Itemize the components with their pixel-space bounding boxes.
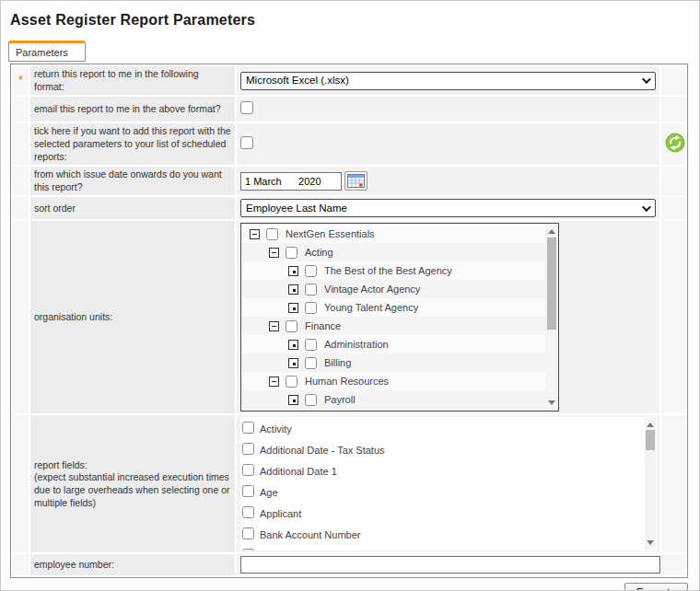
report-field-item: Age: [242, 481, 644, 502]
employee-number-input[interactable]: [240, 556, 660, 574]
tree-node-label: Vintage Actor Agency: [324, 283, 420, 296]
report-field-label: Additional Date 1: [260, 464, 337, 478]
tab-parameters[interactable]: Parameters: [8, 41, 86, 62]
report-field-checkbox[interactable]: [242, 506, 254, 518]
collapse-icon[interactable]: [250, 229, 260, 239]
refresh-icon[interactable]: [665, 133, 685, 153]
report-field-checkbox[interactable]: [242, 527, 254, 539]
parameters-table: * return this report to me in the follow…: [10, 64, 688, 578]
row-format: * return this report to me in the follow…: [13, 66, 685, 95]
sort-order-label: sort order: [30, 197, 235, 219]
row-email: email this report to me in the above for…: [13, 97, 685, 122]
scroll-up-icon[interactable]: [548, 229, 555, 234]
format-select-value: Microsoft Excel (.xlsx): [246, 74, 349, 87]
issue-date-label: from which issue date onwards do you wan…: [30, 167, 235, 195]
report-parameters-page: Asset Register Report Parameters Paramet…: [0, 0, 700, 591]
leaf-node-icon[interactable]: [288, 358, 298, 368]
chevron-down-icon: [642, 75, 651, 84]
report-fields-label: report fields: (expect substantial incre…: [30, 415, 235, 552]
tree-node-label: NextGen Essentials: [286, 227, 375, 240]
format-label: return this report to me in the followin…: [30, 66, 235, 95]
row-employee-number: employee number:: [13, 554, 685, 575]
chevron-down-icon: [642, 203, 651, 212]
collapse-icon[interactable]: [269, 248, 279, 258]
tree-node-checkbox[interactable]: [286, 376, 298, 388]
tree-node: Administration: [242, 335, 545, 353]
sort-order-select[interactable]: Employee Last Name: [240, 199, 656, 217]
tree-scrollbar[interactable]: [546, 225, 557, 410]
sort-order-select-value: Employee Last Name: [246, 202, 347, 215]
report-fields-note: (expect substantial increased execution …: [34, 471, 231, 509]
schedule-checkbox[interactable]: [240, 136, 253, 149]
tree-node: Vintage Actor Agency: [242, 280, 545, 298]
tree-node-label: Finance: [305, 319, 341, 332]
tree-node-checkbox[interactable]: [266, 228, 278, 240]
tree-node-checkbox[interactable]: [305, 265, 317, 277]
report-field-item: Additional Date 1: [242, 459, 644, 481]
report-field-item: Activity: [242, 417, 644, 438]
email-label: email this report to me in the above for…: [30, 97, 235, 122]
tree-node-label: The Best of the Best Agency: [324, 264, 452, 277]
report-field-item: Bank Account Number: [242, 523, 644, 544]
tree-node: Human Resources: [242, 372, 545, 390]
calendar-icon[interactable]: [344, 171, 368, 191]
leaf-node-icon[interactable]: [288, 340, 298, 350]
tree-node-label: Human Resources: [305, 375, 389, 388]
report-field-checkbox[interactable]: [242, 464, 254, 476]
report-field-label: Additional Date - Tax Status: [260, 443, 385, 457]
leaf-node-icon[interactable]: [288, 395, 298, 405]
collapse-icon[interactable]: [269, 321, 279, 331]
execute-button[interactable]: Execute: [624, 583, 688, 591]
email-checkbox[interactable]: [240, 101, 253, 114]
issue-date-input[interactable]: [240, 172, 342, 191]
footer: Execute: [10, 583, 688, 591]
tree-node: NextGen Essentials: [242, 225, 545, 243]
leaf-node-icon[interactable]: [288, 303, 298, 313]
tree-node-checkbox[interactable]: [305, 394, 317, 406]
employee-number-label: employee number:: [30, 554, 235, 575]
scroll-down-icon[interactable]: [548, 400, 555, 405]
tree-node: Young Talent Agency: [242, 298, 545, 317]
collapse-icon[interactable]: [269, 377, 279, 387]
report-field-checkbox[interactable]: [242, 443, 254, 455]
format-select[interactable]: Microsoft Excel (.xlsx): [240, 72, 656, 90]
schedule-label: tick here if you want to add this report…: [30, 123, 235, 165]
org-units-label: organisation units:: [30, 221, 235, 413]
tree-node-checkbox[interactable]: [305, 284, 317, 296]
tree-node-checkbox[interactable]: [286, 247, 298, 259]
tree-node-checkbox[interactable]: [305, 357, 317, 369]
tree-node: The Best of the Best Agency: [242, 261, 545, 280]
tree-node-checkbox[interactable]: [286, 320, 298, 332]
leaf-node-icon[interactable]: [288, 284, 298, 295]
tree-node-label: Payroll: [324, 393, 356, 406]
org-units-tree: NextGen EssentialsActingThe Best of the …: [240, 223, 559, 411]
page-title: Asset Register Report Parameters: [1, 1, 699, 29]
tree-scrollbar-thumb[interactable]: [547, 238, 556, 330]
report-field-checkbox[interactable]: [242, 485, 254, 497]
row-schedule: tick here if you want to add this report…: [13, 123, 685, 165]
tree-node-checkbox[interactable]: [305, 339, 317, 351]
report-field-label: Age: [260, 485, 278, 499]
tree-node-checkbox[interactable]: [305, 302, 317, 314]
fields-scrollbar[interactable]: [645, 418, 656, 550]
report-field-label: Activity: [260, 422, 292, 435]
tree-node-label: Administration: [324, 338, 389, 351]
report-field-checkbox[interactable]: [242, 422, 254, 434]
tree-node-label: Young Talent Agency: [324, 301, 418, 314]
row-issue-date: from which issue date onwards do you wan…: [13, 167, 685, 195]
tree-node: Finance: [242, 317, 545, 335]
report-field-item: Applicant: [242, 502, 644, 523]
report-field-checkbox[interactable]: [242, 549, 254, 550]
report-field-label: Bank Account Number: [260, 527, 360, 541]
row-sort-order: sort order Employee Last Name: [13, 197, 685, 219]
report-fields-list: ActivityAdditional Date - Tax StatusAddi…: [240, 417, 657, 550]
scroll-down-icon[interactable]: [647, 540, 654, 545]
row-org-units: organisation units: NextGen EssentialsAc…: [13, 221, 685, 413]
fields-scrollbar-thumb[interactable]: [646, 430, 655, 450]
leaf-node-icon[interactable]: [288, 266, 298, 276]
tree-node-label: Acting: [305, 246, 333, 259]
report-field-item: Additional Date - Tax Status: [242, 438, 644, 459]
scroll-up-icon[interactable]: [647, 423, 654, 427]
report-field-label: Applicant: [260, 506, 301, 520]
row-report-fields: report fields: (expect substantial incre…: [13, 415, 685, 552]
